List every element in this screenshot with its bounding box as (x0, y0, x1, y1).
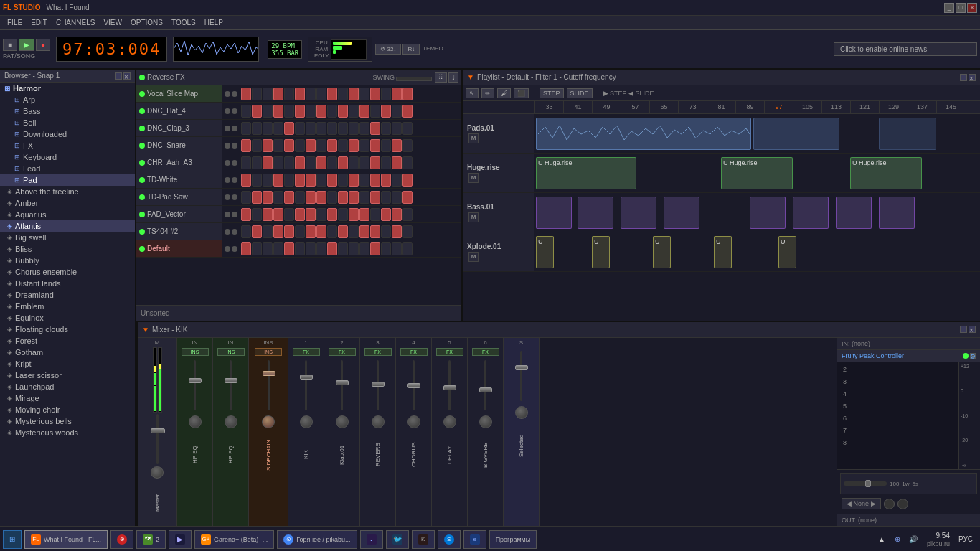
step-5-11[interactable] (349, 156, 359, 169)
language-indicator[interactable]: РУС (954, 535, 977, 543)
step-5-3[interactable] (263, 156, 273, 169)
seq-active-dot-5[interactable] (139, 160, 145, 166)
browser-preset-equinox[interactable]: ◈ Equinox (0, 312, 135, 324)
step-3-1[interactable] (241, 122, 251, 135)
pl-slide-btn[interactable]: SLIDE (567, 88, 593, 98)
browser-preset-mirage[interactable]: ◈ Mirage (0, 392, 135, 404)
step-2-5[interactable] (284, 105, 294, 118)
seq-solo-dot-10[interactable] (232, 246, 237, 252)
step-5-5[interactable] (284, 156, 294, 169)
selected-fader-knob[interactable] (515, 365, 528, 370)
selected-channel-name[interactable]: Selected (518, 420, 524, 471)
step-8-8[interactable] (316, 208, 326, 221)
step-7-6[interactable] (295, 191, 305, 204)
pl-tool-select[interactable]: ↖ (466, 88, 479, 98)
reverb-channel-name[interactable]: REVERB (374, 430, 381, 480)
step-10-13[interactable] (370, 242, 380, 255)
browser-item-downloaded[interactable]: ⊞ Downloaded (0, 128, 135, 140)
step-7-12[interactable] (359, 191, 369, 204)
task-maps[interactable]: 🗺 2 (136, 530, 166, 549)
slot-5[interactable]: 5 (839, 400, 979, 412)
step-6-11[interactable] (349, 174, 359, 187)
step-8-6[interactable] (295, 208, 305, 221)
step-1-8[interactable] (316, 88, 326, 100)
step-6-3[interactable] (263, 174, 273, 187)
step-1-13[interactable] (370, 88, 380, 100)
delay-fader-knob[interactable] (443, 385, 456, 390)
step-3-7[interactable] (306, 122, 316, 135)
seq-mute-dot-9[interactable] (225, 229, 230, 235)
step-10-15[interactable] (392, 242, 402, 255)
chorus-fx-btn[interactable]: FX (400, 348, 428, 356)
step-7-9[interactable] (327, 191, 337, 204)
bigverb-fx-btn[interactable]: FX (472, 348, 499, 356)
minimize-button[interactable]: _ (944, 3, 954, 13)
step-2-8[interactable] (316, 105, 326, 118)
step-7-15[interactable] (392, 191, 402, 204)
sidechain-fader-knob[interactable] (263, 371, 275, 376)
step-1-6[interactable] (295, 88, 305, 100)
sidechain-send-knob[interactable] (262, 415, 275, 428)
hpeq2-channel-name[interactable]: HP EQ (227, 430, 234, 480)
rec-mode-btn[interactable]: R↓ (402, 44, 420, 55)
sidechain-channel-name[interactable]: SIDECHAIN (265, 430, 272, 480)
step-8-7[interactable] (306, 208, 316, 221)
step-5-12[interactable] (359, 156, 369, 169)
browser-preset-laser[interactable]: ◈ Laser scissor (0, 369, 135, 381)
browser-preset-gotham[interactable]: ◈ Gotham (0, 347, 135, 358)
browser-item-bass[interactable]: ⊞ Bass (0, 105, 135, 117)
step-2-9[interactable] (327, 105, 337, 118)
step-4-16[interactable] (402, 139, 413, 152)
step-4-10[interactable] (338, 139, 348, 152)
seq-piano-btn[interactable]: ♩ (448, 72, 458, 83)
task-programs[interactable]: Программы (489, 530, 537, 549)
step-6-10[interactable] (338, 174, 348, 187)
step-3-11[interactable] (349, 122, 359, 135)
news-bar[interactable]: Click to enable online news (834, 42, 977, 56)
panel-knob-1[interactable] (884, 499, 895, 509)
browser-category-harmor[interactable]: ⊞ Harmor (0, 83, 135, 94)
step-1-7[interactable] (306, 88, 316, 100)
kik-send-knob[interactable] (300, 415, 313, 428)
step-10-1[interactable] (241, 242, 251, 255)
kik-fx-btn[interactable]: FX (293, 348, 320, 356)
master-channel-name[interactable]: Master (154, 480, 161, 526)
menu-channels[interactable]: CHANNELS (52, 17, 99, 28)
seq-solo-dot-7[interactable] (232, 194, 237, 200)
reverb-fader-knob[interactable] (372, 382, 385, 387)
step-10-16[interactable] (402, 242, 413, 255)
step-6-16[interactable] (402, 174, 413, 187)
step-2-12[interactable] (359, 105, 369, 118)
step-3-3[interactable] (263, 122, 273, 135)
seq-mute-dot-3[interactable] (225, 126, 230, 131)
none-select-1[interactable]: ◀ None ▶ (842, 498, 881, 509)
step-7-16[interactable] (402, 191, 413, 204)
seq-active-dot-1[interactable] (139, 91, 145, 97)
delay-send-knob[interactable] (443, 415, 456, 428)
pl-tool-erase[interactable]: ⬛ (514, 88, 529, 98)
step-6-1[interactable] (241, 174, 251, 187)
step-4-11[interactable] (349, 139, 359, 152)
mixer-minimize-btn[interactable] (960, 326, 967, 333)
step-8-1[interactable] (241, 208, 251, 221)
step-5-2[interactable] (252, 156, 262, 169)
step-4-13[interactable] (370, 139, 380, 152)
step-9-14[interactable] (381, 225, 391, 238)
playlist-collapse-btn[interactable]: ▼ (467, 73, 474, 81)
browser-item-pad[interactable]: ⊞ Pad (0, 174, 135, 186)
step-9-4[interactable] (273, 225, 283, 238)
seq-active-dot-7[interactable] (139, 194, 145, 200)
step-3-15[interactable] (392, 122, 402, 135)
step-3-13[interactable] (370, 122, 380, 135)
step-8-15[interactable] (392, 208, 402, 221)
menu-view[interactable]: VIEW (99, 17, 126, 28)
step-6-7[interactable] (306, 174, 316, 187)
menu-edit[interactable]: EDIT (27, 17, 52, 28)
tray-up-icon[interactable]: ▲ (875, 533, 888, 546)
step-1-12[interactable] (359, 88, 369, 100)
step-8-16[interactable] (402, 208, 413, 221)
menu-tools[interactable]: TOOLS (167, 17, 200, 28)
seq-mute-dot-5[interactable] (225, 160, 230, 166)
bass-track-content[interactable] (534, 193, 980, 232)
seq-solo-dot-5[interactable] (232, 160, 237, 166)
